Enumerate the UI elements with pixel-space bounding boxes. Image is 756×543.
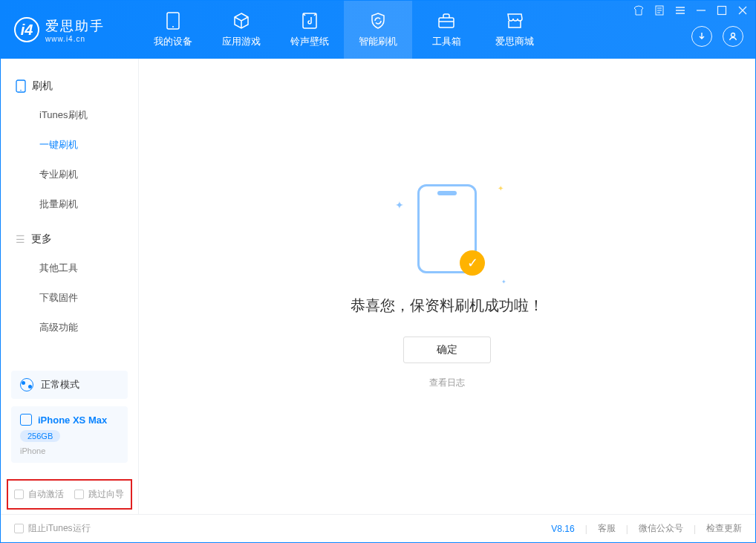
svg-rect-5 (718, 7, 726, 15)
svg-point-1 (172, 26, 174, 27)
main-nav: 我的设备 应用游戏 铃声壁纸 智能刷机 工具箱 爱思商城 (139, 1, 549, 59)
checkbox-icon (14, 490, 24, 499)
separator: | (694, 524, 696, 534)
view-log-link[interactable]: 查看日志 (429, 377, 465, 389)
svg-point-6 (731, 33, 735, 37)
cube-icon (232, 11, 251, 30)
sidebar-item-onekey-flash[interactable]: 一键刷机 (1, 130, 138, 160)
sidebar-group-flash: 刷机 (1, 72, 138, 100)
checkbox-skip-guide[interactable]: 跳过向导 (74, 488, 124, 501)
group-title: 更多 (31, 233, 52, 246)
sidebar-item-download-firmware[interactable]: 下载固件 (1, 283, 138, 313)
sparkle-icon: ✦ (395, 199, 404, 211)
phone-illustration-icon: ✓ (417, 184, 477, 273)
checkbox-icon (14, 524, 24, 533)
sidebar-item-other-tools[interactable]: 其他工具 (1, 253, 138, 283)
app-title: 爱思助手 (45, 17, 105, 35)
checkbox-label: 跳过向导 (88, 488, 124, 501)
app-header: i4 爱思助手 www.i4.cn 我的设备 应用游戏 铃声壁纸 智能刷机 工具… (1, 1, 755, 59)
menu-icon[interactable] (675, 5, 685, 16)
music-icon (300, 11, 319, 30)
nav-label: 我的设备 (154, 35, 192, 48)
separator: | (626, 524, 628, 534)
sidebar-group-more: ☰ 更多 (1, 225, 138, 253)
group-title: 刷机 (32, 79, 53, 93)
main-content: ✓ ✦ ✦ ✦ 恭喜您，保资料刷机成功啦！ 确定 查看日志 (139, 59, 755, 514)
options-highlight: 自动激活 跳过向导 (7, 479, 132, 510)
checkbox-block-itunes[interactable]: 阻止iTunes运行 (14, 522, 91, 535)
wechat-link[interactable]: 微信公众号 (639, 522, 683, 535)
device-icon (20, 414, 32, 426)
nav-label: 铃声壁纸 (290, 35, 329, 48)
sidebar: 刷机 iTunes刷机 一键刷机 专业刷机 批量刷机 ☰ 更多 其他工具 下载固… (1, 59, 139, 514)
shirt-icon[interactable] (633, 5, 644, 16)
sidebar-item-pro-flash[interactable]: 专业刷机 (1, 160, 138, 189)
sidebar-item-itunes-flash[interactable]: iTunes刷机 (1, 100, 138, 130)
minimize-button[interactable] (696, 5, 706, 16)
checkbox-label: 阻止iTunes运行 (28, 522, 91, 535)
logo-icon: i4 (14, 17, 39, 42)
checkbox-label: 自动激活 (28, 488, 64, 501)
svg-rect-3 (439, 18, 454, 27)
nav-label: 工具箱 (432, 35, 461, 48)
status-bar: 阻止iTunes运行 V8.16 | 客服 | 微信公众号 | 检查更新 (1, 514, 755, 542)
nav-apps-games[interactable]: 应用游戏 (207, 1, 276, 59)
support-link[interactable]: 客服 (598, 522, 616, 535)
storage-badge: 256GB (20, 430, 60, 442)
sidebar-item-advanced[interactable]: 高级功能 (1, 313, 138, 342)
user-button[interactable] (723, 26, 743, 47)
nav-store[interactable]: 爱思商城 (480, 1, 549, 59)
svg-point-8 (20, 90, 22, 91)
mode-label: 正常模式 (41, 378, 79, 391)
nav-label: 智能刷机 (359, 35, 397, 48)
device-info[interactable]: iPhone XS Max 256GB iPhone (11, 406, 128, 463)
checkbox-icon (74, 490, 84, 499)
download-button[interactable] (691, 26, 712, 47)
nav-label: 爱思商城 (495, 35, 534, 48)
device-type: iPhone (20, 446, 45, 455)
mode-icon (20, 378, 33, 391)
toolbox-icon (437, 11, 456, 30)
shop-icon (505, 11, 524, 30)
device-icon (163, 11, 183, 30)
check-badge-icon: ✓ (460, 250, 485, 276)
nav-ringtones[interactable]: 铃声壁纸 (276, 1, 344, 59)
logo: i4 爱思助手 www.i4.cn (1, 17, 139, 43)
list-icon: ☰ (16, 233, 25, 245)
separator: | (585, 524, 587, 534)
shield-refresh-icon (368, 11, 388, 30)
phone-icon (16, 79, 26, 93)
nav-toolbox[interactable]: 工具箱 (412, 1, 480, 59)
nav-smart-flash[interactable]: 智能刷机 (344, 1, 412, 59)
nav-label: 应用游戏 (222, 35, 261, 48)
app-subtitle: www.i4.cn (45, 35, 105, 43)
success-message: 恭喜您，保资料刷机成功啦！ (351, 296, 544, 316)
ok-button[interactable]: 确定 (403, 336, 491, 363)
update-link[interactable]: 检查更新 (706, 522, 742, 535)
mode-status[interactable]: 正常模式 (11, 371, 128, 399)
maximize-button[interactable] (717, 5, 727, 16)
sparkle-icon: ✦ (501, 279, 506, 285)
window-controls (633, 5, 748, 16)
sidebar-item-batch-flash[interactable]: 批量刷机 (1, 189, 138, 219)
note-icon[interactable] (654, 5, 665, 16)
device-name: iPhone XS Max (38, 414, 107, 426)
version-label: V8.16 (551, 524, 574, 534)
success-illustration: ✓ ✦ ✦ ✦ (417, 184, 477, 296)
sparkle-icon: ✦ (498, 184, 504, 192)
nav-my-device[interactable]: 我的设备 (139, 1, 207, 59)
close-button[interactable] (737, 5, 748, 16)
checkbox-auto-activate[interactable]: 自动激活 (14, 488, 64, 501)
